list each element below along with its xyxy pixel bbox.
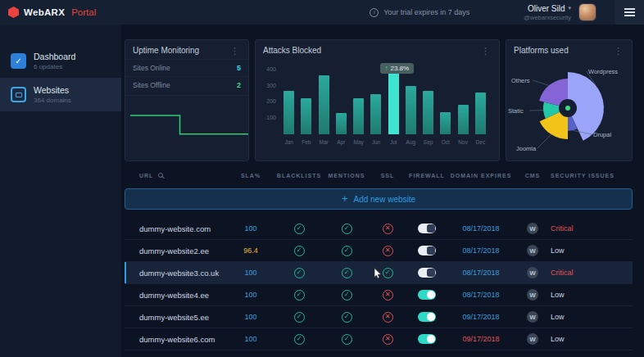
- trend-badge: ↑ 23.8%: [380, 63, 415, 74]
- firewall-cell: [406, 268, 447, 278]
- mentions-status: ✓: [324, 290, 369, 301]
- stat-label: Sites Online: [133, 64, 170, 72]
- sidebar-item-dashboard[interactable]: ✓ Dashboard 6 updates: [0, 44, 121, 78]
- hamburger-menu-icon[interactable]: [615, 0, 644, 25]
- x-tick: Jul: [390, 139, 397, 145]
- bar-column: Jun: [367, 69, 384, 134]
- bar-dec: [475, 93, 486, 134]
- ssl-status: ✕: [369, 334, 406, 345]
- search-icon[interactable]: [158, 173, 163, 178]
- firewall-cell: [406, 290, 447, 300]
- dashboard-check-icon: ✓: [11, 53, 26, 69]
- wordpress-icon: W: [527, 289, 538, 301]
- bar-column: May: [350, 69, 367, 134]
- firewall-toggle[interactable]: [418, 334, 436, 344]
- website-url[interactable]: dummy-website6.com: [125, 335, 228, 344]
- blacklists-status: ✓: [274, 246, 324, 256]
- blacklists-status: ✓: [274, 334, 324, 345]
- user-menu[interactable]: Oliver Sild ▾ @webarxsecurity: [524, 4, 571, 21]
- domain-expires: 08/17/2018: [447, 224, 515, 233]
- y-tick: 100: [264, 115, 276, 120]
- trend-badge-value: 23.8%: [391, 65, 410, 72]
- sidebar-item-sublabel: 364 domains: [34, 97, 71, 104]
- stat-value: 2: [237, 81, 241, 89]
- chevron-down-icon: ▾: [568, 5, 571, 11]
- card-title: Uptime Monitoring: [133, 46, 199, 55]
- bar-column: Nov: [455, 69, 472, 134]
- check-circle-icon: ✓: [294, 268, 305, 278]
- sidebar-item-websites[interactable]: Websites 364 domains: [0, 78, 121, 111]
- wordpress-icon: W: [527, 333, 538, 345]
- bar-column: Oct: [437, 69, 454, 134]
- attacks-bars: JanFebMarAprMayJunJulAugSepOctNovDec: [280, 69, 489, 134]
- stat-label: Sites Offline: [133, 81, 170, 89]
- wordpress-icon: W: [527, 245, 538, 256]
- x-circle-icon: ✕: [383, 334, 393, 345]
- uptime-line: [130, 115, 248, 134]
- bar-nov: [458, 105, 469, 134]
- main-content: Uptime Monitoring ⋮ Sites Online 5 Sites…: [121, 25, 644, 357]
- pie-label-line: [533, 80, 549, 85]
- platforms-used-card: Platforms used ⋮ WordpressDrupalJoomlaSt…: [506, 39, 633, 161]
- sidebar-item-label: Dashboard: [34, 52, 75, 61]
- website-url[interactable]: dummy-website.com: [125, 224, 228, 233]
- uptime-line-chart: [130, 101, 248, 150]
- brand[interactable]: WebARX Portal: [8, 7, 96, 18]
- table-row[interactable]: dummy-website5.ee100✓✓✕09/17/2018WLow: [125, 306, 633, 328]
- sla-value: 100: [228, 313, 274, 321]
- x-tick: Apr: [337, 139, 345, 145]
- x-circle-icon: ✕: [383, 290, 393, 301]
- column-firewall: FIREWALL: [406, 173, 447, 178]
- add-website-label: Add new website: [353, 195, 415, 204]
- bar-may: [353, 98, 364, 134]
- check-circle-icon: ✓: [294, 246, 305, 256]
- firewall-toggle[interactable]: [418, 268, 436, 278]
- ssl-status: ✕: [369, 312, 406, 323]
- ssl-status: ✕: [369, 246, 406, 256]
- avatar[interactable]: [578, 3, 596, 21]
- firewall-toggle[interactable]: [418, 246, 436, 255]
- bar-column: Dec: [472, 69, 489, 134]
- cms-cell: W: [515, 267, 551, 278]
- bar-apr: [336, 113, 347, 134]
- brand-suffix: Portal: [71, 7, 96, 17]
- kebab-menu-icon[interactable]: ⋮: [612, 47, 624, 55]
- kebab-menu-icon[interactable]: ⋮: [479, 47, 492, 55]
- x-circle-icon: ✕: [383, 246, 393, 256]
- website-url[interactable]: dummy-website2.ee: [125, 246, 228, 255]
- wordpress-icon: W: [527, 223, 538, 234]
- column-cms: CMS: [515, 173, 551, 178]
- domain-expires: 08/17/2018: [447, 269, 515, 277]
- sla-value: 100: [228, 335, 274, 343]
- check-circle-icon: ✓: [383, 268, 393, 278]
- cms-cell: W: [515, 289, 551, 301]
- check-circle-icon: ✓: [342, 312, 352, 323]
- kebab-menu-icon[interactable]: ⋮: [229, 47, 241, 55]
- security-issues: Critical: [551, 224, 633, 233]
- add-website-button[interactable]: + Add new website: [125, 188, 633, 210]
- firewall-toggle[interactable]: [418, 224, 436, 233]
- column-domain-expires: DOMAIN EXPIRES: [447, 173, 515, 178]
- pie-label-drupal: Drupal: [593, 131, 611, 138]
- website-url[interactable]: dummy-website5.ee: [125, 313, 228, 322]
- table-row[interactable]: dummy-website4.ee100✓✓✕08/17/2018WLow: [125, 284, 633, 306]
- table-row[interactable]: dummy-website.com100✓✓✕08/17/2018WCritic…: [125, 218, 633, 240]
- x-tick: Sep: [424, 139, 433, 145]
- website-url[interactable]: dummy-website3.co.uk: [125, 269, 228, 278]
- website-url[interactable]: dummy-website4.ee: [125, 291, 228, 300]
- y-tick: 400: [264, 66, 276, 72]
- mentions-status: ✓: [324, 224, 369, 234]
- firewall-toggle[interactable]: [418, 312, 436, 322]
- bar-feb: [301, 98, 311, 134]
- attacks-chart-area: 400300200100 ↑ 23.8% JanFebMarAprMayJunJ…: [256, 59, 499, 146]
- x-tick: May: [353, 139, 363, 145]
- check-circle-icon: ✓: [294, 334, 305, 345]
- check-circle-icon: ✓: [342, 246, 352, 256]
- firewall-toggle[interactable]: [418, 290, 436, 300]
- table-row[interactable]: dummy-website6.com100✓✓✕09/17/2018WLow: [125, 328, 633, 350]
- x-tick: Nov: [458, 139, 468, 145]
- brand-name: WebARX: [24, 7, 65, 17]
- table-row[interactable]: dummy-website3.co.uk100✓✓✓08/17/2018WCri…: [125, 262, 633, 284]
- table-row[interactable]: dummy-website2.ee96.4✓✓✕08/17/2018WLow: [125, 240, 633, 262]
- sla-value: 100: [228, 269, 274, 277]
